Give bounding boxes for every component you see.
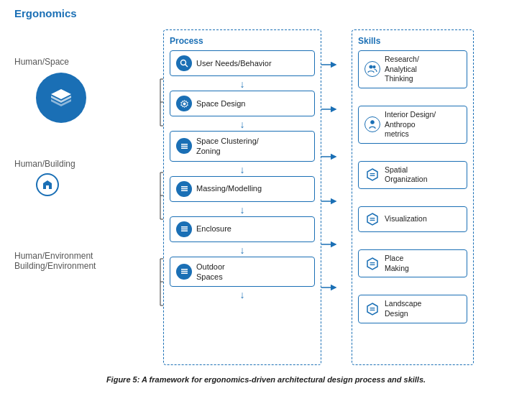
menu-icon-1 bbox=[176, 138, 192, 154]
svg-marker-42 bbox=[367, 213, 377, 225]
menu-icon-2 bbox=[176, 181, 192, 197]
process-enclosure: Enclosure bbox=[170, 216, 315, 242]
svg-rect-49 bbox=[370, 308, 375, 308]
arrow-6: ↓ bbox=[170, 290, 315, 300]
hex-icon-4 bbox=[364, 301, 380, 317]
skill-spatial-label: Spatial Organization bbox=[385, 165, 428, 185]
person-icon bbox=[364, 116, 380, 132]
svg-rect-22 bbox=[181, 188, 188, 190]
svg-rect-20 bbox=[181, 147, 188, 149]
process-massing-label: Massing/Modelling bbox=[196, 183, 262, 193]
svg-marker-45 bbox=[367, 258, 377, 270]
svg-rect-44 bbox=[370, 220, 375, 221]
svg-rect-23 bbox=[181, 190, 188, 192]
skill-research: Research/ Analytical Thinking bbox=[358, 50, 467, 88]
svg-rect-25 bbox=[181, 229, 188, 230]
process-outdoor: Outdoor Spaces bbox=[170, 257, 315, 288]
search-icon bbox=[176, 55, 192, 71]
svg-rect-50 bbox=[370, 310, 375, 310]
left-column: Human/Space Human/Building Human/Environ… bbox=[14, 29, 147, 365]
skill-landscape: Landscape Design bbox=[358, 295, 467, 323]
process-massing: Massing/Modelling bbox=[170, 176, 315, 202]
skill-place-making: Place Making bbox=[358, 249, 467, 277]
process-header: Process bbox=[170, 36, 315, 46]
hex-icon-3 bbox=[364, 256, 380, 272]
gear-icon bbox=[176, 96, 192, 111]
arrow-4: ↓ bbox=[170, 205, 315, 215]
layers-icon bbox=[36, 73, 86, 123]
human-building-label: Human/Building bbox=[14, 159, 75, 169]
skill-research-label: Research/ Analytical Thinking bbox=[385, 55, 419, 84]
svg-rect-27 bbox=[181, 269, 188, 270]
svg-marker-48 bbox=[367, 303, 377, 315]
arrow-2: ↓ bbox=[170, 119, 315, 129]
skills-column: Skills Research/ Analytical Thinking bbox=[352, 29, 474, 365]
svg-point-17 bbox=[183, 102, 185, 105]
skill-interior-design: Interior Design/ Anthropo metrics bbox=[358, 106, 467, 144]
svg-point-36 bbox=[370, 65, 372, 68]
page-title: Ergonomics bbox=[14, 7, 518, 19]
menu-icon-4 bbox=[176, 264, 192, 280]
people-icon bbox=[364, 61, 380, 77]
svg-rect-21 bbox=[181, 186, 188, 188]
svg-rect-46 bbox=[370, 262, 375, 263]
process-user-needs-label: User Needs/Behavior bbox=[196, 58, 272, 68]
svg-rect-26 bbox=[181, 231, 188, 232]
human-space-label: Human/Space bbox=[14, 57, 69, 67]
hex-icon-2 bbox=[364, 211, 380, 227]
arrow-3: ↓ bbox=[170, 165, 315, 175]
hex-icon-1 bbox=[364, 167, 380, 183]
process-space-clustering: Space Clustering/ Zoning bbox=[170, 131, 315, 162]
skill-interior-label: Interior Design/ Anthropo metrics bbox=[385, 110, 436, 139]
horizontal-connectors bbox=[321, 29, 340, 365]
skills-header: Skills bbox=[358, 36, 467, 46]
svg-rect-24 bbox=[181, 226, 188, 228]
skill-visualization: Visualization bbox=[358, 206, 467, 232]
process-enclosure-label: Enclosure bbox=[196, 224, 231, 234]
skill-spatial-org: Spatial Organization bbox=[358, 161, 467, 189]
svg-point-15 bbox=[180, 60, 185, 65]
process-space-design-label: Space Design bbox=[196, 98, 246, 109]
svg-rect-19 bbox=[181, 146, 188, 147]
process-space-design: Space Design bbox=[170, 91, 315, 116]
skill-place-making-label: Place Making bbox=[385, 254, 409, 273]
process-column: Process User Needs/Behavior ↓ Space Desi… bbox=[163, 29, 321, 365]
svg-point-38 bbox=[371, 121, 374, 124]
process-outdoor-label: Outdoor Spaces bbox=[196, 262, 225, 282]
svg-line-16 bbox=[185, 64, 188, 67]
figure-caption: Figure 5: A framework for ergonomics-dri… bbox=[14, 375, 518, 384]
human-env-label: Human/Environment Building/Environment bbox=[14, 251, 96, 271]
building-icon bbox=[36, 173, 59, 196]
svg-point-37 bbox=[373, 66, 375, 68]
skill-landscape-label: Landscape Design bbox=[385, 299, 421, 318]
svg-rect-47 bbox=[370, 264, 375, 264]
svg-marker-39 bbox=[367, 169, 377, 180]
svg-rect-18 bbox=[181, 144, 188, 145]
bracket-connectors bbox=[147, 29, 163, 365]
process-user-needs: User Needs/Behavior bbox=[170, 50, 315, 76]
svg-rect-28 bbox=[181, 271, 188, 272]
svg-rect-40 bbox=[370, 173, 375, 174]
arrow-1: ↓ bbox=[170, 79, 315, 89]
menu-icon-3 bbox=[176, 221, 192, 237]
skill-visualization-label: Visualization bbox=[385, 214, 427, 224]
svg-rect-29 bbox=[181, 273, 188, 275]
process-space-clustering-label: Space Clustering/ Zoning bbox=[196, 136, 259, 157]
arrow-5: ↓ bbox=[170, 245, 315, 255]
svg-rect-43 bbox=[370, 218, 375, 218]
svg-rect-41 bbox=[370, 175, 375, 176]
